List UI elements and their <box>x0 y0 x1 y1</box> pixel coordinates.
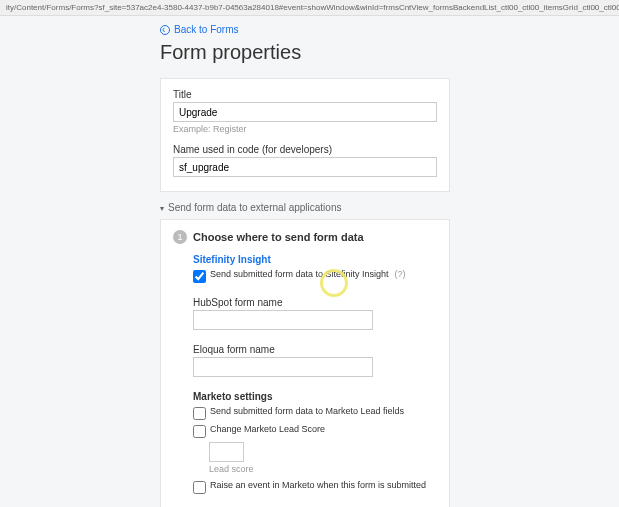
insight-heading: Sitefinity Insight <box>193 254 437 265</box>
marketo-lead-fields-checkbox[interactable] <box>193 407 206 420</box>
title-example: Example: Register <box>173 124 437 134</box>
marketo-lead-score-checkbox[interactable] <box>193 425 206 438</box>
title-input[interactable] <box>173 102 437 122</box>
hubspot-label: HubSpot form name <box>193 297 437 308</box>
lead-score-input[interactable] <box>209 442 244 462</box>
step-1-title: Choose where to send form data <box>193 231 364 243</box>
page-title: Form properties <box>160 41 619 64</box>
marketo-chk2-label: Change Marketo Lead Score <box>210 424 325 434</box>
marketo-chk1-label: Send submitted form data to Marketo Lead… <box>210 406 404 416</box>
external-apps-panel: 1 Choose where to send form data Sitefin… <box>160 219 450 507</box>
marketo-heading: Marketo settings <box>193 391 437 402</box>
insight-checkbox-row[interactable]: Send submitted form data to Sitefinity I… <box>193 269 437 283</box>
step-1-badge: 1 <box>173 230 187 244</box>
marketo-event-checkbox[interactable] <box>193 481 206 494</box>
title-label: Title <box>173 89 437 100</box>
insight-checkbox-label: Send submitted form data to Sitefinity I… <box>210 269 389 279</box>
back-arrow-icon <box>160 25 170 35</box>
lead-score-sublabel: Lead score <box>209 464 437 474</box>
back-to-forms-link[interactable]: Back to Forms <box>160 24 238 35</box>
codename-label: Name used in code (for developers) <box>173 144 437 155</box>
address-bar[interactable]: ity/Content/Forms/Forms?sf_site=537ac2e4… <box>0 0 619 16</box>
eloqua-input[interactable] <box>193 357 373 377</box>
marketo-event-row[interactable]: Raise an event in Marketo when this form… <box>193 480 437 494</box>
codename-input[interactable] <box>173 157 437 177</box>
marketo-lead-score-row[interactable]: Change Marketo Lead Score <box>193 424 437 438</box>
marketo-chk3-label: Raise an event in Marketo when this form… <box>210 480 426 490</box>
external-apps-expander[interactable]: Send form data to external applications <box>160 202 450 213</box>
insight-checkbox[interactable] <box>193 270 206 283</box>
hubspot-input[interactable] <box>193 310 373 330</box>
eloqua-label: Eloqua form name <box>193 344 437 355</box>
marketo-lead-fields-row[interactable]: Send submitted form data to Marketo Lead… <box>193 406 437 420</box>
basic-panel: Title Example: Register Name used in cod… <box>160 78 450 192</box>
help-icon[interactable]: (?) <box>395 269 406 279</box>
back-link-label: Back to Forms <box>174 24 238 35</box>
